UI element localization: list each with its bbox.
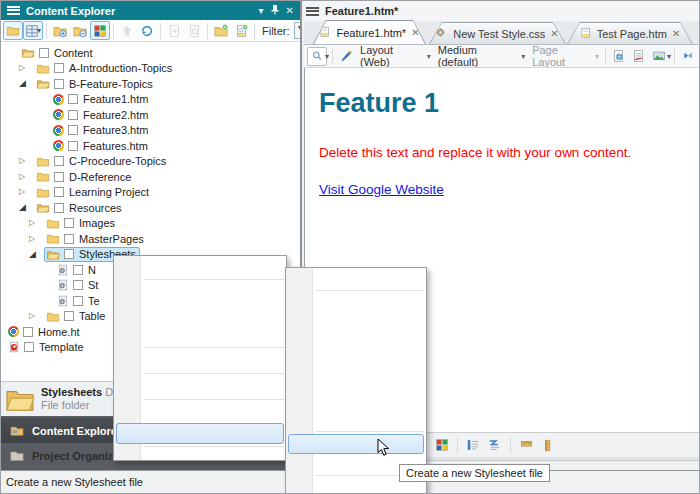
tab-close-icon[interactable]: ✕ [550, 28, 558, 39]
menu-item-multimedia[interactable] [286, 410, 426, 430]
tree-item-b-feature-topics[interactable]: ◢B-Feature-Topics [1, 76, 300, 92]
tree-item-feature1-htm[interactable]: Feature1.htm [1, 92, 300, 108]
show-tags-button[interactable] [485, 436, 505, 455]
show-markers-button[interactable] [463, 436, 483, 455]
tab-close-icon[interactable]: ✕ [411, 27, 419, 38]
tree-item-c-procedure-topics[interactable]: ▷C-Procedure-Topics [1, 154, 300, 170]
item-checkbox[interactable] [39, 48, 49, 58]
document-tab-test-page-htm[interactable]: Test Page.htm✕ [567, 22, 693, 44]
menu-item-cut[interactable] [114, 282, 286, 303]
menu-item-open-folder-in-windows[interactable] [114, 256, 286, 277]
expand-arrow-icon[interactable]: ▷ [17, 188, 34, 196]
new-file-button[interactable] [231, 21, 251, 40]
item-checkbox[interactable] [64, 234, 74, 244]
item-checkbox[interactable] [54, 203, 64, 213]
document-tab-feature1-htm[interactable]: Feature1.htm*✕ [313, 20, 426, 44]
expand-arrow-icon[interactable]: ▷ [17, 64, 34, 72]
doc-redline-button[interactable] [629, 47, 649, 66]
condition-colors-button[interactable] [432, 436, 452, 455]
tree-item-a-introduction-topics[interactable]: ▷A-Introduction-Topics [1, 61, 300, 77]
collapse-arrow-icon[interactable]: ◢ [17, 79, 34, 88]
vertical-ruler-button[interactable] [538, 436, 558, 455]
collapse-all-button[interactable] [70, 21, 90, 40]
tab-close-icon[interactable]: ✕ [672, 28, 680, 39]
menu-item-rename[interactable] [114, 376, 286, 397]
send-to-button[interactable] [164, 21, 184, 40]
expand-arrow-icon[interactable]: ▷ [27, 235, 44, 243]
menu-item-folder[interactable] [286, 268, 426, 288]
item-checkbox[interactable] [68, 125, 78, 135]
collapse-arrow-icon[interactable]: ◢ [27, 250, 44, 259]
item-checkbox[interactable] [64, 311, 74, 321]
item-checkbox[interactable] [73, 296, 83, 306]
tree-item-feature3-htm[interactable]: Feature3.htm [1, 123, 300, 139]
item-checkbox[interactable] [54, 156, 64, 166]
item-checkbox[interactable] [64, 218, 74, 228]
item-checkbox[interactable] [64, 249, 74, 259]
item-checkbox[interactable] [73, 265, 83, 275]
pin-icon[interactable] [271, 4, 279, 17]
menu-item-new[interactable] [116, 423, 284, 444]
file-properties-button[interactable] [184, 21, 204, 40]
layout-brush-button[interactable] [336, 47, 356, 66]
horizontal-ruler-button[interactable] [516, 436, 536, 455]
files-grid-button[interactable]: ▾ [23, 21, 43, 40]
collapse-arrow-icon[interactable]: ◢ [17, 203, 34, 212]
filter-combobox[interactable]: ▾ [294, 22, 301, 39]
image-picture-button[interactable] [649, 47, 669, 66]
document-tab-new-test-style-css[interactable]: New Test Style.css✕ [429, 22, 566, 44]
tree-item-masterpages[interactable]: ▷MasterPages [1, 231, 300, 247]
expand-arrow-icon[interactable]: ▷ [27, 312, 44, 320]
expand-all-button[interactable] [50, 21, 70, 40]
menu-item-micro-content[interactable] [286, 371, 426, 391]
menu-item-master-page[interactable] [286, 332, 426, 352]
item-checkbox[interactable] [54, 79, 64, 89]
item-checkbox[interactable] [73, 280, 83, 290]
tree-item-feature2-htm[interactable]: Feature2.htm [1, 107, 300, 123]
tree-item-resources[interactable]: ◢Resources [1, 200, 300, 216]
panel-titlebar: Content Explorer ▾ ✕ [1, 1, 300, 20]
close-icon[interactable]: ✕ [286, 6, 294, 16]
content-link[interactable]: Visit Google Website [319, 182, 444, 197]
doc-globe-button[interactable] [609, 47, 629, 66]
menu-item-topic[interactable] [286, 293, 426, 313]
expand-arrow-icon[interactable]: ▷ [17, 173, 34, 181]
item-checkbox[interactable] [24, 342, 34, 352]
item-checkbox[interactable] [54, 187, 64, 197]
menu-item-send-to-folder[interactable] [114, 402, 286, 423]
menu-item-page-layout[interactable] [286, 312, 426, 332]
tree-item-features-htm[interactable]: Features.htm [1, 138, 300, 154]
item-checkbox[interactable] [68, 110, 78, 120]
new-folder-button[interactable] [211, 21, 231, 40]
panel-menu-icon[interactable] [7, 6, 20, 15]
menu-item-delete[interactable] [114, 350, 286, 371]
snippet-x-button[interactable] [678, 47, 698, 66]
document-menu-icon[interactable] [306, 7, 319, 16]
menu-item-snippet[interactable] [286, 351, 426, 371]
item-checkbox[interactable] [23, 327, 33, 337]
item-checkbox[interactable] [68, 94, 78, 104]
toolbar-dropdown-layout-web-[interactable]: Layout (Web) [360, 45, 425, 68]
toolbar-dropdown-medium-default-[interactable]: Medium (default) [438, 45, 519, 68]
condition-colors-button[interactable] [90, 21, 110, 40]
tree-item-learning-project[interactable]: ▷Learning Project [1, 185, 300, 201]
move-up-button[interactable] [117, 21, 137, 40]
expand-arrow-icon[interactable]: ▷ [17, 157, 34, 165]
menu-item-paste[interactable] [114, 324, 286, 345]
expand-arrow-icon[interactable]: ▷ [27, 219, 44, 227]
menu-item-image[interactable] [286, 390, 426, 410]
item-checkbox[interactable] [54, 172, 64, 182]
menu-item-stylesheet[interactable] [288, 434, 424, 454]
refresh-button[interactable] [137, 21, 157, 40]
tree-item-d-reference[interactable]: ▷D-Reference [1, 169, 300, 185]
toolbar-dropdown-page-layout[interactable]: Page Layout [532, 45, 593, 68]
menu-item-copy[interactable] [114, 303, 286, 324]
item-checkbox[interactable] [54, 63, 64, 73]
tree-item-images[interactable]: ▷Images [1, 216, 300, 232]
dropdown-icon[interactable]: ▾ [259, 6, 264, 16]
show-folders-button[interactable] [3, 21, 23, 40]
zoom-select-button[interactable] [307, 47, 327, 66]
menu-item-properties[interactable] [114, 449, 286, 470]
tree-item-content[interactable]: Content [1, 45, 300, 61]
item-checkbox[interactable] [68, 141, 78, 151]
